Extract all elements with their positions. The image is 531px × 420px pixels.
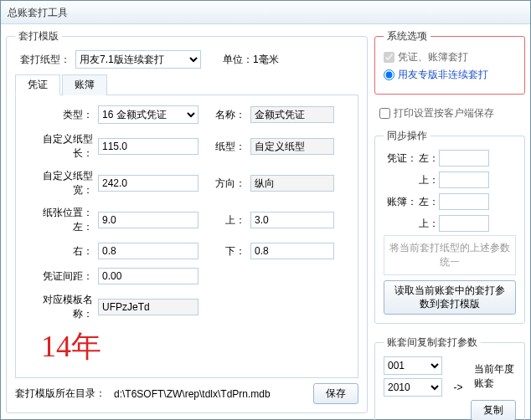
titlebar[interactable]: 总账套打工具 [1,1,530,24]
chk-client-save-box[interactable] [379,108,390,119]
cust-wid-field[interactable] [98,175,198,192]
pos-top-label: 上： [204,213,245,228]
path-label: 套打模版所在目录： [15,387,106,401]
right-pane: 系统选项 凭证、账簿套打 用友专版非连续套打 打印设置按客户端保存 同步操作 凭… [374,29,525,414]
left-pane: 套打模版 套打纸型： 用友7.1版连续套打 单位：1毫米 凭证 账簿 类型： 1… [6,29,368,414]
window: 总账套打工具 套打模版 套打纸型： 用友7.1版连续套打 单位：1毫米 凭证 账… [0,0,531,420]
copy-arrow: -> [446,382,471,393]
radio-nonserial-btn[interactable] [384,69,394,80]
sysopt-legend: 系统选项 [384,29,430,44]
tab-voucher[interactable]: 凭证 [15,74,60,95]
sync-v-left-field[interactable] [439,150,489,166]
sync-l-left-label: 左： [417,195,439,209]
dir-field [250,175,334,192]
sync-v-left-label: 左： [417,151,439,166]
sync-l-top-field[interactable] [439,215,489,232]
pos-top-field[interactable] [250,212,334,228]
copy-group: 账套间复制套打参数 001 当前年度账套 2010 -> 复制 [374,335,525,420]
sync-l-top-label: 上： [417,217,439,231]
paper-type-select[interactable]: 用友7.1版连续套打 [75,50,201,69]
sync-v-top-label: 上： [417,173,439,187]
sync-note: 将当前套打纸型的上述参数统一 [384,235,516,275]
copy-button[interactable]: 复制 [471,400,516,420]
client-area: 套打模版 套打纸型： 用友7.1版连续套打 单位：1毫米 凭证 账簿 类型： 1… [1,24,530,419]
copy-src-select[interactable]: 001 [384,356,442,375]
cust-len-field[interactable] [98,138,198,155]
name-field [250,106,334,123]
pos-right-field[interactable] [98,243,198,259]
sysopt-group: 系统选项 凭证、账簿套打 用友专版非连续套打 [374,29,525,95]
type-label: 类型： [24,108,93,122]
cust-wid-label: 自定义纸型宽： [24,169,93,197]
sync-ledger-label: 账簿： [384,195,417,209]
name-label: 名称： [204,108,245,122]
dir-label: 方向： [204,177,245,191]
handwriting: 14年 [24,321,349,371]
pos-bottom-field[interactable] [250,243,334,259]
pos-bottom-label: 下： [204,244,245,259]
gap-field[interactable] [98,268,198,284]
chk-voucher-ledger[interactable]: 凭证、账簿套打 [384,50,516,64]
sync-group: 同步操作 凭证： 左： 上： 账簿： 左： 上： 将当前套打纸型的上述参数统一 [374,129,525,324]
template-legend: 套打模版 [15,29,62,44]
tab-body: 类型： 16 金额式凭证 名称： 自定义纸型长： 纸型： 自定义纸型宽： 方向：… [15,95,358,378]
template-group: 套打模版 套打纸型： 用友7.1版连续套打 单位：1毫米 凭证 账簿 类型： 1… [6,29,368,413]
paper-label: 纸型： [204,140,245,154]
paper-type-label: 套打纸型： [15,53,70,67]
sync-v-top-field[interactable] [439,172,489,188]
tab-ledger[interactable]: 账簿 [62,74,107,95]
chk-voucher-ledger-box [384,52,394,63]
copy-dst-select[interactable]: 2010 [384,378,442,397]
tpl-name-field [98,299,198,315]
path-value: d:\T6SOFT\ZW\rep\tdlx\TdPrn.mdb [114,388,305,400]
cust-len-label: 自定义纸型长： [24,132,93,161]
unit-label: 单位：1毫米 [223,53,279,67]
type-select[interactable]: 16 金额式凭证 [98,105,198,124]
pos-left-label: 纸张位置：左： [24,206,93,234]
radio-nonserial[interactable]: 用友专版非连续套打 [384,68,516,82]
sync-l-left-field[interactable] [439,193,489,210]
tab-strip: 凭证 账簿 [15,74,358,95]
pos-left-field[interactable] [98,212,198,228]
copy-legend: 账套间复制套打参数 [384,335,481,350]
tpl-name-label: 对应模板名称： [24,293,93,321]
sync-read-button[interactable]: 读取当前账套中的套打参数到套打模版 [384,280,516,315]
pos-right-label: 右： [24,244,93,259]
sync-voucher-label: 凭证： [384,151,417,166]
sync-legend: 同步操作 [384,129,430,143]
save-button[interactable]: 保存 [313,383,358,404]
chk-client-save[interactable]: 打印设置按客户端保存 [379,106,525,120]
gap-label: 凭证间距： [24,269,93,284]
paper-field [250,138,334,155]
copy-target-label: 当前年度账套 [474,362,516,391]
